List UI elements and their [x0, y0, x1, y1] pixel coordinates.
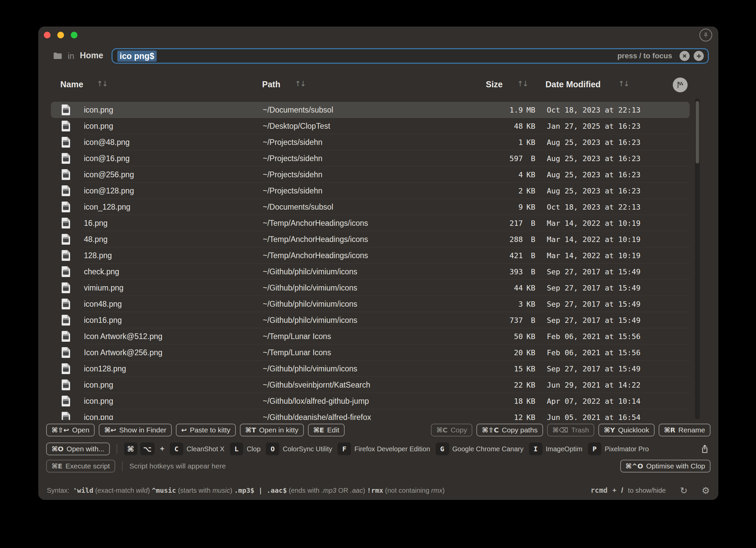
window-controls [44, 32, 77, 38]
file-row[interactable]: icon128.png ~/Github/philc/vimium/icons … [51, 361, 690, 377]
sort-size-button[interactable]: ↑↓ [517, 80, 528, 88]
file-row[interactable]: icon.png ~/Documents/subsol 1.9MB Oct 18… [51, 102, 690, 118]
pin-window-button[interactable] [699, 29, 712, 41]
file-date-modified: Oct 18, 2023 at 22:13 [547, 106, 640, 114]
scrollbar-thumb[interactable] [696, 101, 699, 163]
app-hotkey-badge: F [338, 443, 351, 455]
file-name: icon16.png [84, 316, 122, 325]
action-button[interactable]: ⌘R Rename [659, 424, 711, 436]
action-button[interactable]: ⌘⇧C Copy paths [476, 424, 543, 436]
search-input[interactable]: ico png$ press / to focus [112, 48, 709, 64]
action-button[interactable]: ⌘E Edit [308, 424, 345, 436]
optimise-with-clop-button[interactable]: ⌘^O Optimise with Clop [620, 460, 711, 473]
syntax-segment: (exact-match [93, 487, 136, 494]
scrollbar-track[interactable] [695, 98, 700, 419]
png-file-icon [62, 347, 70, 358]
settings-button[interactable]: ⚙ [702, 486, 710, 495]
file-row[interactable]: vimium.png ~/Github/philc/vimium/icons 4… [51, 280, 690, 296]
open-with-app[interactable]: G Google Chrome Canary [436, 443, 524, 455]
zoom-window-button[interactable] [71, 32, 77, 38]
refresh-button[interactable]: ↻ [680, 486, 688, 495]
open-with-app[interactable]: O ColorSync Utility [266, 443, 332, 455]
open-with-app[interactable]: L Clop [230, 443, 260, 455]
action-button[interactable]: ↩ Paste to kitty [176, 424, 236, 436]
add-search-button[interactable] [694, 51, 704, 61]
png-file-icon [62, 169, 70, 180]
file-row[interactable]: icon@256.png ~/Projects/sidehn 4KB Aug 2… [51, 166, 690, 183]
action-button[interactable]: ⌘T Open in kitty [240, 424, 304, 436]
open-with-app[interactable]: F Firefox Developer Edition [338, 443, 430, 455]
file-row[interactable]: icon_128.png ~/Documents/subsol 9KB Oct … [51, 199, 690, 215]
action-label: Quicklook [618, 426, 649, 434]
file-row[interactable]: 48.png ~/Temp/AnchorHeadings/icons 288B … [51, 231, 690, 247]
hotkey-label: ⌘⌫ [553, 426, 568, 434]
file-row[interactable]: icon.png ~/Github/sveinbjornt/KatSearch … [51, 377, 690, 393]
execute-script-button[interactable]: ⌘E Execute script [46, 460, 115, 473]
close-icon [682, 53, 687, 59]
file-size: 393B [469, 268, 535, 276]
syntax-segment: ) [442, 487, 445, 494]
file-date-modified: Aug 25, 2023 at 16:23 [547, 187, 640, 195]
syntax-segment: OR [336, 487, 350, 494]
modifier-keys: ⌘⌥ [124, 443, 155, 455]
file-name: check.png [84, 267, 119, 276]
file-size: 217B [469, 219, 535, 227]
app-name: ImageOptim [546, 445, 582, 453]
file-path: ~/Temp/AnchorHeadings/icons [263, 219, 368, 228]
file-path: ~/Github/philc/vimium/icons [263, 283, 357, 293]
clear-search-button[interactable] [680, 51, 690, 61]
file-row[interactable]: icon.png ~/Github/lox/alfred-github-jump… [51, 393, 690, 409]
hotkey-label: ⌘C [436, 426, 447, 434]
file-date-modified: Mar 14, 2022 at 10:19 [547, 219, 640, 227]
sort-name-button[interactable]: ↑↓ [97, 80, 107, 88]
plus-icon [696, 53, 702, 59]
app-name: Pixelmator Pro [605, 445, 649, 453]
close-window-button[interactable] [44, 32, 51, 38]
file-row[interactable]: Icon Artwork@256.png ~/Temp/Lunar Icons … [51, 344, 690, 361]
action-button[interactable]: ⌘⌫ Trash [547, 424, 595, 436]
file-row[interactable]: icon.png ~/Desktop/ClopTest 48KB Jan 27,… [51, 118, 690, 134]
action-label: Edit [327, 426, 339, 434]
finish-flag-filter-button[interactable] [673, 78, 688, 92]
file-date-modified: Jun 05, 2021 at 16:54 [547, 413, 640, 420]
file-row[interactable]: icon48.png ~/Github/philc/vimium/icons 3… [51, 296, 690, 312]
file-row[interactable]: icon.png ~/Github/deanishe/alfred-firefo… [51, 409, 690, 420]
file-path: ~/Desktop/ClopTest [263, 122, 330, 131]
file-date-modified: Mar 14, 2022 at 10:19 [547, 235, 640, 244]
sort-date-button[interactable]: ↑↓ [618, 80, 629, 88]
app-hotkey-badge: I [529, 443, 542, 455]
file-row[interactable]: icon@16.png ~/Projects/sidehn 597B Aug 2… [51, 150, 690, 166]
file-row[interactable]: 128.png ~/Temp/AnchorHeadings/icons 421B… [51, 247, 690, 264]
file-size: 1.9MB [469, 106, 535, 114]
file-row[interactable]: check.png ~/Github/philc/vimium/icons 39… [51, 264, 690, 280]
png-file-icon [62, 137, 70, 148]
action-button[interactable]: ⌘↩ Show in Finder [99, 424, 171, 436]
app-name: Firefox Developer Edition [354, 445, 430, 453]
action-button[interactable]: ⌘Y Quicklook [598, 424, 654, 436]
file-row[interactable]: icon@128.png ~/Projects/sidehn 2KB Aug 2… [51, 183, 690, 199]
file-row[interactable]: icon16.png ~/Github/philc/vimium/icons 7… [51, 312, 690, 328]
action-label: Rename [679, 426, 705, 434]
sort-path-button[interactable]: ↑↓ [295, 80, 305, 88]
file-size: 597B [469, 154, 535, 163]
hotkey-label: ⌘⇧↩ [52, 426, 69, 434]
syntax-segment: 'wild [73, 486, 93, 494]
file-row[interactable]: Icon Artwork@512.png ~/Temp/Lunar Icons … [51, 328, 690, 344]
open-with-app[interactable]: C CleanShot X [170, 443, 224, 455]
action-button[interactable]: ⌘⇧↩ Open [46, 424, 95, 436]
file-row[interactable]: 16.png ~/Temp/AnchorHeadings/icons 217B … [51, 215, 690, 231]
share-button[interactable] [699, 444, 711, 454]
file-row[interactable]: icon@48.png ~/Projects/sidehn 1KB Aug 25… [51, 134, 690, 150]
app-hotkey-badge: G [436, 443, 449, 455]
app-name: Google Chrome Canary [452, 445, 524, 453]
file-date-modified: Jan 27, 2025 at 16:23 [547, 122, 640, 130]
file-path: ~/Projects/sidehn [263, 154, 322, 163]
open-with-app[interactable]: P Pixelmator Pro [588, 443, 649, 455]
search-scope-value[interactable]: Home [80, 51, 103, 60]
syntax-segment: rmx [431, 487, 442, 494]
plus-separator: + [160, 445, 164, 453]
open-with-app[interactable]: I ImageOptim [529, 443, 582, 455]
open-with-button[interactable]: ⌘O Open with... [46, 443, 110, 455]
action-button[interactable]: ⌘C Copy [431, 424, 472, 436]
minimize-window-button[interactable] [57, 32, 64, 38]
